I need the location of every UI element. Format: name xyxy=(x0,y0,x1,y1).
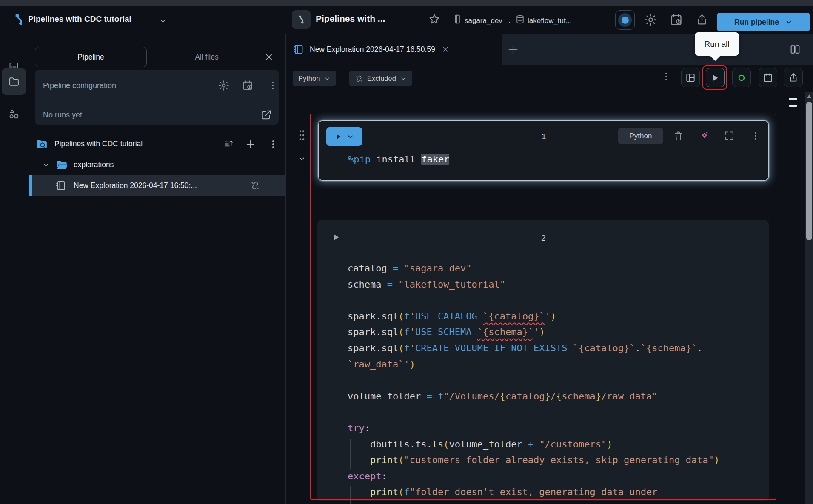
tree-root-label: Pipelines with CDC tutorial xyxy=(54,140,143,148)
favorite-star-icon[interactable] xyxy=(428,13,441,26)
config-card-title: Pipeline configuration xyxy=(43,81,116,90)
play-icon xyxy=(335,133,342,140)
scrollbar[interactable] xyxy=(805,92,813,504)
breadcrumb-dot: . xyxy=(508,17,511,25)
run-all-button[interactable] xyxy=(706,68,725,87)
run-all-tooltip: Run all xyxy=(695,32,739,56)
cell-kebab-icon[interactable] xyxy=(750,130,761,141)
settings-gear-icon[interactable] xyxy=(644,13,658,27)
pipeline-icon xyxy=(12,13,26,26)
config-schedule-icon[interactable] xyxy=(242,80,254,91)
panel-tab-pipeline-label: Pipeline xyxy=(77,53,104,62)
tab-close-icon[interactable] xyxy=(441,45,450,54)
schedule-calendar-icon[interactable] xyxy=(669,13,683,27)
chevron-down-icon xyxy=(347,134,354,140)
green-ring-icon xyxy=(736,73,747,83)
config-gear-icon[interactable] xyxy=(218,80,230,91)
notebook-header-title: Pipelines with ... xyxy=(316,14,418,24)
schema-icon xyxy=(515,14,525,25)
workspace-title: Pipelines with CDC tutorial xyxy=(28,14,131,24)
cell-1-code[interactable]: %pip install faker xyxy=(348,151,449,168)
pipeline-side-panel: Pipeline All files Pipeline configuratio… xyxy=(29,34,286,504)
language-selector-label: Python xyxy=(298,74,320,83)
folder-icon xyxy=(8,76,20,88)
cell-language-label: Python xyxy=(630,132,652,140)
window-top-strip xyxy=(0,0,813,6)
split-view-columns-icon[interactable] xyxy=(789,43,801,55)
schedule-button[interactable] xyxy=(759,68,777,87)
pipeline-status-indicator[interactable] xyxy=(615,10,635,30)
upload-icon xyxy=(788,72,799,83)
tree-explorations-label: explorations xyxy=(74,160,114,169)
run-pipeline-label: Run pipeline xyxy=(734,18,779,27)
header-separator xyxy=(608,14,608,27)
cell-language-badge[interactable]: Python xyxy=(618,128,663,144)
toolbar-kebab-icon[interactable] xyxy=(661,71,672,82)
calendar-icon xyxy=(762,72,773,83)
play-icon xyxy=(710,73,720,83)
pipeline-configuration-card: Pipeline configuration No runs yet xyxy=(35,70,279,125)
language-selector-chip[interactable]: Python xyxy=(293,71,336,86)
tab-strip xyxy=(502,34,813,65)
cell-2-code[interactable]: catalog = "sagara_dev"schema = "lakeflow… xyxy=(348,260,719,504)
mode-selector-chip[interactable]: Excluded xyxy=(349,71,412,86)
delete-cell-trash-icon[interactable] xyxy=(673,130,684,142)
config-status-text: No runs yet xyxy=(43,111,82,120)
unlink-icon xyxy=(355,74,363,83)
cell-number: 2 xyxy=(541,233,546,243)
app-window: Pipelines with CDC tutorial Pipelines wi… xyxy=(0,0,813,504)
run-pipeline-chevron-down-icon xyxy=(785,18,793,26)
breadcrumb-schema[interactable]: lakeflow_tut... xyxy=(528,17,572,25)
layout-panel-button[interactable] xyxy=(681,68,700,87)
notebook-tab-icon xyxy=(292,43,304,55)
notebook-cell-1[interactable]: 1 Python %pip install faker xyxy=(318,120,769,181)
panel-tab-pipeline[interactable]: Pipeline xyxy=(35,47,147,67)
share-icon[interactable] xyxy=(695,13,709,27)
run-pipeline-button[interactable]: Run pipeline xyxy=(717,13,810,31)
tree-row-explorations[interactable]: explorations xyxy=(29,155,286,174)
mode-selector-label: Excluded xyxy=(367,74,396,83)
environment-button[interactable] xyxy=(732,68,751,87)
notebook-tab-title: New Exploration 2026-04-17 16:50:59 xyxy=(310,45,435,54)
header-divider xyxy=(286,6,286,34)
tree-notebook-label: New Exploration 2026-04-17 16:50:... xyxy=(74,181,197,190)
layout-grid-icon xyxy=(685,72,696,83)
open-runs-external-link-icon[interactable] xyxy=(260,109,272,121)
sidebar-item-files[interactable] xyxy=(2,68,26,95)
cell-drag-handle[interactable] xyxy=(298,128,306,142)
outline-toggle[interactable] xyxy=(789,98,797,111)
breadcrumb-catalog[interactable]: sagara_dev xyxy=(465,17,502,25)
notebook-tab[interactable]: New Exploration 2026-04-17 16:50:59 xyxy=(286,34,502,65)
mode-chevron-down-icon xyxy=(400,75,407,82)
config-kebab-icon[interactable] xyxy=(267,80,278,91)
export-button[interactable] xyxy=(784,68,803,87)
language-chevron-down-icon xyxy=(324,75,331,82)
sort-icon[interactable] xyxy=(223,139,234,150)
notebook-icon xyxy=(55,180,66,191)
cell-number: 1 xyxy=(542,132,546,141)
notebook-main-area: New Exploration 2026-04-17 16:50:59 Pyth… xyxy=(286,34,813,504)
assistant-icon[interactable] xyxy=(699,130,710,142)
catalog-icon xyxy=(452,14,463,25)
indent-guide xyxy=(350,439,351,469)
add-file-plus-icon[interactable] xyxy=(245,138,257,150)
new-tab-plus-icon[interactable] xyxy=(507,43,519,56)
run-cell-play-icon[interactable] xyxy=(331,233,341,242)
workspace-chevron-down-icon[interactable] xyxy=(158,16,168,26)
scrollbar-thumb[interactable] xyxy=(806,102,812,240)
indent-guide xyxy=(350,486,351,504)
sidebar-item-dag[interactable] xyxy=(2,103,26,125)
cell-collapse-chevron-icon[interactable] xyxy=(297,154,307,164)
notebook-cell-2[interactable]: 2 catalog = "sagara_dev"schema = "lakefl… xyxy=(317,220,769,501)
scroll-up-arrow-icon[interactable] xyxy=(807,94,811,98)
run-cell-button[interactable] xyxy=(326,127,362,146)
panel-close-icon[interactable] xyxy=(263,51,274,63)
open-folder-icon xyxy=(56,159,68,171)
tree-kebab-icon[interactable] xyxy=(268,139,279,150)
tree-row-notebook-selected[interactable]: New Exploration 2026-04-17 16:50:... xyxy=(29,175,286,196)
unlink-icon xyxy=(250,180,260,191)
shapes-icon xyxy=(8,108,20,120)
tree-row-root[interactable]: Pipelines with CDC tutorial xyxy=(29,134,286,154)
panel-tab-all-files[interactable]: All files xyxy=(147,47,266,67)
expand-cell-icon[interactable] xyxy=(724,130,735,141)
